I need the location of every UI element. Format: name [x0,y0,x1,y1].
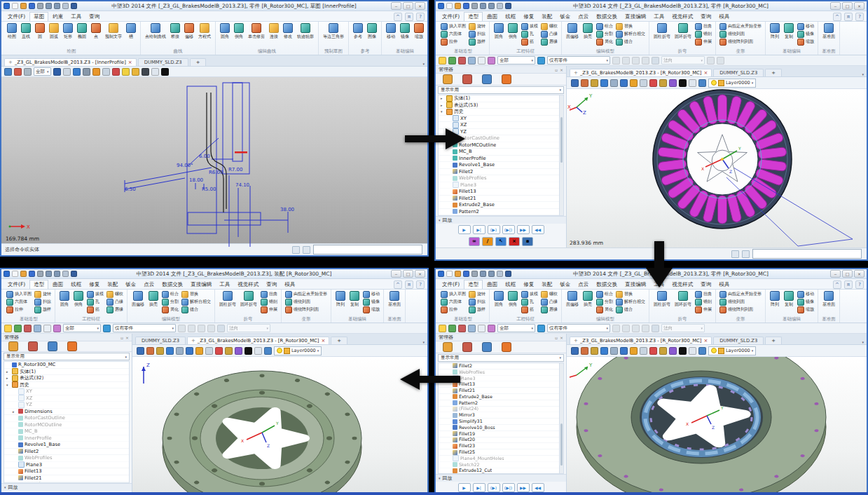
ribbon-button[interactable]: 抽壳 [581,290,595,308]
tree-item[interactable]: (Fillet24) [439,215,563,216]
tree-item[interactable]: Fillet2 [439,169,563,176]
tree-scrollbar[interactable] [559,95,563,215]
add-pick-icon[interactable] [448,325,456,332]
multiview-icon[interactable] [225,347,233,355]
tree-expand-arrow[interactable]: ▸ [441,96,445,100]
ribbon-button[interactable]: 面偏移 [564,22,581,41]
tree-item[interactable]: Plane3 [439,182,563,189]
ribbon-button[interactable]: 圆环折弯 [238,290,259,308]
eraser-icon[interactable] [581,347,588,355]
window-control-button[interactable]: × [854,2,864,10]
open-file-icon[interactable] [20,271,27,277]
menu-tab[interactable]: 曲面 [49,280,67,289]
tree-item[interactable]: InnerProfile [4,435,129,442]
orange-style-icon[interactable] [92,68,100,76]
window-control-button[interactable]: ‒ [391,2,401,10]
grid-icon[interactable] [83,68,90,76]
ribbon-button[interactable]: 移动 [361,290,381,298]
ribbon-button[interactable]: 阵列 [768,22,782,41]
pick-box-icon[interactable] [34,325,41,332]
pick-cursor-icon[interactable] [439,57,446,65]
tree-item[interactable]: Extrude2_Base [439,394,563,400]
print-icon[interactable] [37,3,43,9]
menu-tab[interactable]: 查询 [263,280,280,289]
menu-tab[interactable]: 草图 [29,12,48,21]
ribbon-button[interactable]: 筋 [520,38,539,46]
remove-pick-icon[interactable] [458,57,466,65]
pick-cursor-icon[interactable] [439,325,446,332]
ribbon-button[interactable]: 面偏移 [564,290,581,308]
ribbon-button[interactable]: 连接 [267,22,281,41]
normal-mode-icon[interactable] [217,325,225,332]
ribbon-button[interactable]: 镜像 [796,298,815,306]
ribbon-button[interactable]: 孔 [85,298,105,306]
filter-vertex-icon[interactable] [198,325,205,332]
ribbon-button[interactable]: 圆柱折弯 [652,290,673,308]
menu-tab[interactable]: 模具 [281,280,298,289]
ribbon-button[interactable]: 筋 [520,306,539,313]
entity-info-icon[interactable] [4,68,12,76]
ribbon-button[interactable]: 简化 [595,306,614,313]
ribbon-button[interactable]: 基准面 [386,290,403,308]
ribbon-button[interactable]: 点 [89,22,103,41]
tab-overflow-icon[interactable]: ▾ [862,340,864,344]
app-logo-icon[interactable] [4,271,10,277]
tab-close-icon[interactable]: × [128,60,132,65]
menu-tab[interactable]: 修复 [85,280,103,289]
layer-combo[interactable]: Layer0000▾ [274,346,322,355]
tree-item[interactable]: InnerProfile [439,156,563,163]
ribbon-button[interactable]: 移动 [796,290,815,298]
ribbon-button[interactable]: 阵列 [768,290,782,308]
align-h-icon[interactable] [215,347,223,355]
replay-button[interactable]: ▶| [473,225,485,234]
document-tab[interactable]: + [331,337,347,344]
menu-tab[interactable]: 视觉样式 [668,280,696,289]
viewport-3d[interactable]: X Y Z Y [567,357,867,494]
pick-last-icon[interactable] [707,57,715,65]
ribbon-button[interactable]: 锥削 [259,298,279,306]
replay-header[interactable]: ▾回放 [1,483,132,491]
redo-icon[interactable] [488,3,495,9]
constraint-manager-tab[interactable] [462,342,472,352]
ribbon-button[interactable]: 替换 [614,22,647,30]
menu-tab[interactable]: 直接编辑 [187,280,215,289]
white-swatch-icon[interactable] [254,347,262,355]
viewport-3d[interactable]: X Y Z Z [132,357,427,494]
tree-item[interactable]: XZ [4,395,129,402]
customize-quick-access-icon[interactable] [62,271,69,277]
pick-list-icon[interactable] [488,57,495,65]
visual-manager-tab[interactable] [48,341,57,351]
ribbon-button[interactable]: 由指定点开始变形 [284,290,329,298]
ribbon-button[interactable]: 组合 [595,22,614,30]
filter-vertex-icon[interactable] [632,325,640,332]
ribbon-button[interactable]: 旋转 [467,290,487,298]
manager-float-icon[interactable]: ▫ [120,335,123,340]
title-bar[interactable]: 中望3D 2014 文件 [_Z3_GL_BrakesModelB_2013.Z… [436,1,867,11]
ribbon-button[interactable]: 锥削 [694,30,713,38]
options-gear-icon[interactable]: ¤ [405,13,413,21]
refresh-filter-icon[interactable] [537,325,545,332]
align-h-icon[interactable] [649,347,657,355]
rotate-view-icon[interactable] [235,347,242,355]
filter-parts-combo[interactable]: 仅有零件▾ [547,324,610,332]
ribbon-button[interactable]: 倒角 [232,22,246,41]
ribbon-button[interactable]: 点绘制曲线 [143,22,168,41]
ribbon-button[interactable]: 解析自相交 [180,298,212,306]
remove-pick-icon[interactable] [458,325,466,332]
manager-float-icon[interactable]: ▫ [555,335,558,340]
tree-item[interactable]: Fillet21 [439,196,563,203]
dark-style-icon[interactable] [142,68,149,76]
options-gear-icon[interactable]: ¤ [844,280,853,289]
redo-icon[interactable] [488,271,495,277]
tree-expand-arrow[interactable]: ▸ [6,376,11,380]
status-grid-icon[interactable] [731,250,739,258]
status-window-icon[interactable] [303,246,310,254]
history-manager-tab[interactable] [8,341,18,351]
ribbon-button[interactable]: 缠绕到面 [284,298,329,306]
tree-item[interactable]: Fillet20 [439,438,563,444]
tree-expand-arrow[interactable]: ▸ [6,369,11,374]
view-manager-tab[interactable] [67,341,77,351]
filter-all-combo[interactable]: 全部▾ [497,324,535,332]
filter-normal-combo[interactable]: 法向▾ [227,324,270,332]
help-icon[interactable]: ? [416,13,425,21]
